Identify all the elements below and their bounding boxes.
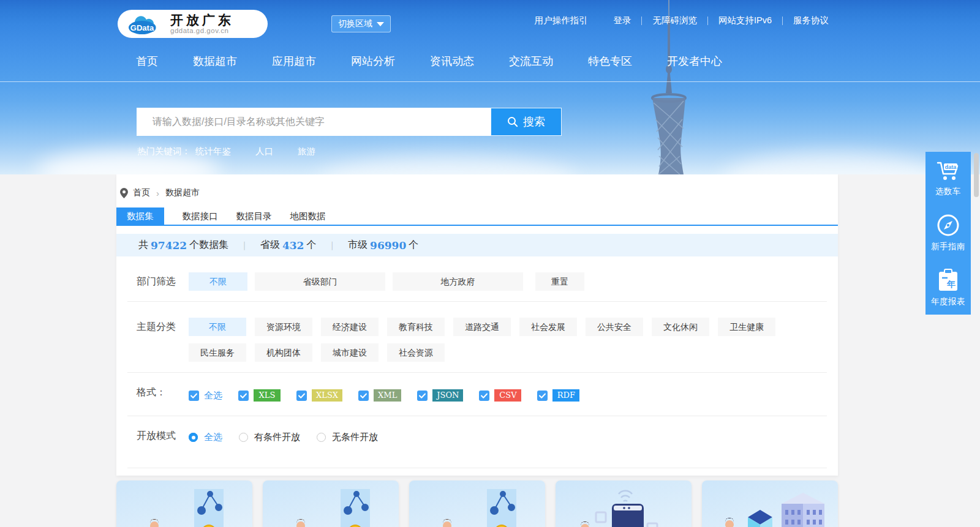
- location-pin-icon: [120, 188, 128, 198]
- theme-filter-label: 主题分类: [137, 318, 189, 336]
- top-link-accessibility[interactable]: 无障碍浏览: [652, 15, 697, 26]
- theme-option-all[interactable]: 不限: [189, 318, 246, 336]
- open-mode-all[interactable]: 全选: [189, 432, 222, 443]
- hot-keyword-yearbook[interactable]: 统计年鉴: [195, 146, 231, 157]
- total-count: 97422: [151, 239, 187, 252]
- svg-text:年: 年: [946, 279, 956, 289]
- format-tag: RDF: [552, 389, 579, 402]
- checkbox-checked-icon[interactable]: [537, 391, 548, 401]
- dept-option-local-gov[interactable]: 地方政府: [393, 272, 523, 291]
- format-option-xlsx[interactable]: XLSX: [296, 389, 342, 402]
- cloud-decoration: [318, 156, 576, 174]
- checkbox-checked-icon[interactable]: [238, 391, 249, 401]
- hot-keywords: 热门关键词： 统计年鉴 人口 旅游: [137, 146, 315, 157]
- search-icon: [507, 116, 518, 127]
- dept-option-provincial[interactable]: 省级部门: [255, 272, 385, 291]
- site-logo[interactable]: GData 开放广东 gddata.gd.gov.cn: [118, 10, 268, 38]
- reset-button[interactable]: 重置: [535, 272, 584, 291]
- nav-item-developer-center[interactable]: 开发者中心: [667, 54, 722, 69]
- cloud-decoration: [723, 153, 943, 174]
- theme-option[interactable]: 道路交通: [453, 318, 511, 336]
- hot-keyword-population[interactable]: 人口: [255, 146, 273, 157]
- quick-action-sidebar: data 选数车 新手指南 年 年度报表: [925, 152, 971, 315]
- breadcrumb-home[interactable]: 首页: [133, 187, 150, 198]
- open-mode-conditional[interactable]: 有条件开放: [239, 432, 300, 443]
- dataset-card[interactable]: [116, 480, 252, 527]
- divider: [782, 17, 783, 25]
- radio-unselected-icon[interactable]: [239, 433, 248, 442]
- dataset-card[interactable]: [409, 480, 545, 527]
- svg-text:GData: GData: [130, 23, 154, 32]
- sidebar-item-beginner-guide[interactable]: 新手指南: [925, 204, 971, 260]
- scrollbar-thumb[interactable]: [974, 153, 979, 197]
- region-switch-button[interactable]: 切换区域: [331, 15, 391, 32]
- department-filter-section: 部门筛选 不限 省级部门 地方政府 重置: [127, 256, 827, 302]
- format-filter-section: 格式： 全选 XLS XLSX XML JSON: [127, 373, 827, 416]
- tab-dataset[interactable]: 数据集: [116, 207, 164, 225]
- nav-item-news[interactable]: 资讯动态: [430, 54, 474, 69]
- search-input[interactable]: [137, 108, 491, 136]
- person-chart-coins-illustration: [409, 480, 545, 527]
- divider: [707, 17, 708, 25]
- nav-item-data-market[interactable]: 数据超市: [193, 54, 237, 69]
- dataset-tabs: 数据集 数据接口 数据目录 地图数据: [116, 207, 838, 226]
- checkbox-checked-icon[interactable]: [189, 391, 199, 401]
- format-option-csv[interactable]: CSV: [479, 389, 521, 402]
- theme-option[interactable]: 公共安全: [586, 318, 643, 336]
- checkbox-checked-icon[interactable]: [296, 391, 307, 401]
- checkbox-checked-icon[interactable]: [479, 391, 489, 401]
- person-mobile-broadcast-illustration: [556, 480, 692, 527]
- dataset-card[interactable]: [556, 480, 692, 527]
- theme-option[interactable]: 社会资源: [387, 343, 445, 362]
- theme-filter-section: 主题分类 不限 资源环境 经济建设 教育科技 道路交通 社会发展 公共安全 文化…: [127, 302, 827, 373]
- annual-report-icon: 年: [937, 269, 959, 292]
- province-count: 432: [282, 239, 304, 252]
- format-select-all[interactable]: 全选: [189, 390, 222, 402]
- main-navigation: 首页 数据超市 应用超市 网站分析 资讯动态 交流互动 特色专区 开发者中心: [0, 41, 980, 82]
- radio-selected-icon[interactable]: [189, 433, 198, 442]
- search-button[interactable]: 搜索: [491, 108, 562, 136]
- city-count: 96990: [370, 239, 406, 252]
- nav-item-special-zone[interactable]: 特色专区: [588, 54, 632, 69]
- nav-item-site-analysis[interactable]: 网站分析: [351, 54, 395, 69]
- theme-option[interactable]: 城市建设: [321, 343, 379, 362]
- theme-option[interactable]: 民生服务: [189, 343, 246, 362]
- theme-option[interactable]: 文化休闲: [652, 318, 709, 336]
- nav-item-home[interactable]: 首页: [136, 54, 158, 69]
- theme-option[interactable]: 社会发展: [519, 318, 577, 336]
- theme-option[interactable]: 卫生健康: [718, 318, 775, 336]
- format-option-json[interactable]: JSON: [417, 389, 463, 402]
- theme-option[interactable]: 经济建设: [321, 318, 379, 336]
- person-city-buildings-illustration: [702, 480, 838, 527]
- format-filter-label: 格式：: [137, 386, 189, 398]
- svg-text:data: data: [945, 164, 957, 170]
- utility-links: 用户操作指引 登录 无障碍浏览 网站支持IPv6 服务协议: [534, 0, 829, 41]
- tab-data-api[interactable]: 数据接口: [183, 207, 218, 225]
- nav-item-app-market[interactable]: 应用超市: [272, 54, 316, 69]
- dataset-card[interactable]: [263, 480, 399, 527]
- sidebar-item-annual-report[interactable]: 年 年度报表: [925, 260, 971, 315]
- theme-option[interactable]: 资源环境: [255, 318, 312, 336]
- hot-keyword-tourism[interactable]: 旅游: [298, 146, 315, 157]
- sidebar-item-data-cart[interactable]: data 选数车: [925, 152, 971, 204]
- tab-data-catalog[interactable]: 数据目录: [236, 207, 272, 225]
- tab-map-data[interactable]: 地图数据: [290, 207, 326, 225]
- dataset-card[interactable]: [702, 480, 838, 527]
- checkbox-checked-icon[interactable]: [417, 391, 428, 401]
- top-link-ipv6[interactable]: 网站支持IPv6: [718, 15, 772, 26]
- top-link-user-guide[interactable]: 用户操作指引: [534, 15, 587, 26]
- open-mode-unconditional[interactable]: 无条件开放: [317, 432, 378, 443]
- top-link-service-agreement[interactable]: 服务协议: [793, 15, 829, 26]
- theme-option[interactable]: 教育科技: [387, 318, 445, 336]
- checkbox-checked-icon[interactable]: [358, 391, 369, 401]
- dept-option-all[interactable]: 不限: [189, 272, 247, 291]
- top-link-login[interactable]: 登录: [613, 15, 631, 26]
- theme-option[interactable]: 机构团体: [255, 343, 312, 362]
- format-option-xls[interactable]: XLS: [238, 389, 281, 402]
- nav-item-interaction[interactable]: 交流互动: [509, 54, 553, 69]
- radio-unselected-icon[interactable]: [317, 433, 326, 442]
- format-option-xml[interactable]: XML: [358, 389, 401, 402]
- stats-bar: 共 97422 个数据集 ｜ 省级 432 个 ｜ 市级 96990 个: [116, 234, 838, 256]
- format-option-rdf[interactable]: RDF: [537, 389, 579, 402]
- format-tag: XLSX: [312, 389, 342, 402]
